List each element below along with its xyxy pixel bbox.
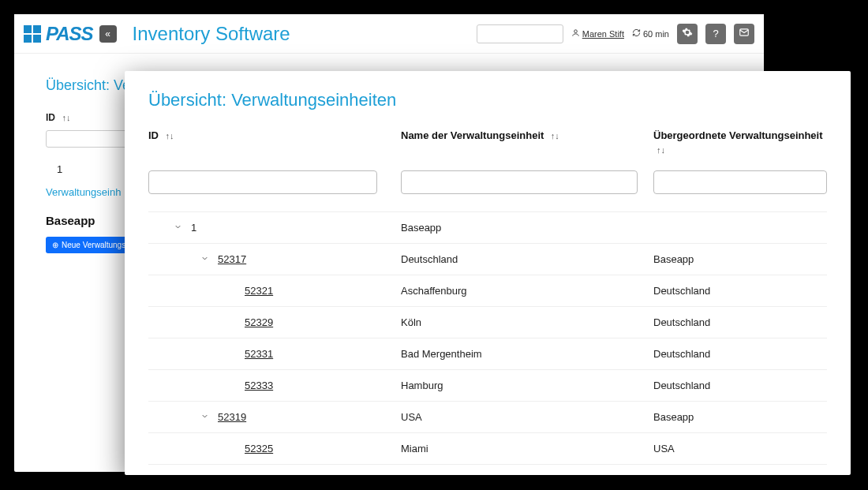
cell-name: Deutschland [401,253,653,265]
table-row: 52325MiamiUSA [148,432,827,464]
filter-id-input[interactable] [148,170,377,194]
row-id-link[interactable]: 52327 [218,474,246,475]
cell-parent: Deutschland [653,316,827,328]
table-row: 52329KölnDeutschland [148,306,827,338]
chevron-down-icon[interactable] [172,223,183,234]
col-name-label: Name der Verwaltungseinheit [401,129,544,141]
table-row: 52319USABaseapp [148,401,827,432]
table-row: 52327TunesienBaseapp [148,464,827,475]
row-id-link[interactable]: 52333 [245,380,273,391]
sort-icon: ↑↓ [62,113,70,122]
cell-parent: Baseapp [653,411,827,423]
cell-name: Baseapp [401,222,653,234]
cell-id: 52319 [148,411,401,423]
settings-button[interactable] [677,24,698,44]
cell-id: 52325 [148,443,401,454]
app-header: PASS « Inventory Software Maren Stift 60… [14,14,764,54]
row-id-link[interactable]: 52331 [245,348,273,360]
table-row: 52331Bad MergentheimDeutschland [148,338,827,369]
filter-row [148,164,827,205]
table-row: 52333HamburgDeutschland [148,369,827,401]
col-header-name[interactable]: Name der Verwaltungseinheit ↑↓ [401,128,653,156]
cell-name: Aschaffenburg [401,285,653,297]
cell-parent: Baseapp [653,253,827,265]
user-name: Maren Stift [582,29,624,39]
sort-icon: ↑↓ [551,131,559,140]
question-icon: ? [713,28,718,39]
dialog-header: Übersicht: Verwaltungseinheiten ID ↑↓ Na… [125,71,851,211]
logo-text: PASS [46,23,93,45]
col-parent-label: Übergeordnete Verwaltungseinheit [653,129,823,141]
table-row: 1Baseapp [148,211,827,243]
row-id-link[interactable]: 52317 [218,253,246,265]
col-header-id[interactable]: ID ↑↓ [148,128,401,156]
table-row: 52317DeutschlandBaseapp [148,243,827,275]
help-button[interactable]: ? [705,24,726,44]
cell-name: USA [401,411,653,423]
cell-parent: USA [653,443,827,454]
row-id-link[interactable]: 52325 [245,443,273,454]
row-id-link: 1 [191,222,196,234]
cell-name: Köln [401,316,653,328]
col-id-label: ID [148,129,159,141]
cell-name: Miami [401,443,653,454]
logo: PASS [24,23,93,45]
row-id-link[interactable]: 52329 [245,316,273,328]
refresh-label: 60 min [643,29,669,39]
dialog-title: Übersicht: Verwaltungseinheiten [148,90,827,110]
sort-icon: ↑↓ [657,145,665,155]
cell-parent: Deutschland [653,380,827,391]
filter-id-input[interactable] [46,130,133,148]
mail-button[interactable] [734,24,754,44]
col-id-label: ID [46,112,55,123]
cell-id: 52321 [148,285,401,297]
chevron-down-icon[interactable] [199,412,210,423]
cell-id: 52329 [148,316,401,328]
cell-id: 52331 [148,348,401,360]
refresh-timer[interactable]: 60 min [632,28,669,39]
sort-icon: ↑↓ [165,131,174,140]
overview-dialog: Übersicht: Verwaltungseinheiten ID ↑↓ Na… [125,71,851,475]
search-input[interactable] [477,24,563,43]
user-menu[interactable]: Maren Stift [571,28,624,39]
filter-name-input[interactable] [401,170,638,194]
refresh-icon [632,28,641,39]
app-title: Inventory Software [133,23,290,45]
cell-name: Hamburg [401,380,653,391]
table-body: 1Baseapp52317DeutschlandBaseapp52321Asch… [125,211,851,475]
plus-icon: ⊕ [52,241,58,249]
filter-parent-input[interactable] [653,170,827,194]
cell-id: 52327 [148,474,401,475]
svg-point-0 [574,30,577,33]
row-id-link[interactable]: 52319 [218,411,246,423]
cell-parent: Baseapp [653,474,827,475]
logo-mark-icon [24,25,41,43]
chevron-down-icon[interactable] [199,254,210,265]
mail-icon [739,27,750,40]
table-row: 52321AschaffenburgDeutschland [148,275,827,306]
cell-id: 52333 [148,380,401,391]
cell-parent: Deutschland [653,348,827,360]
cell-name: Bad Mergentheim [401,348,653,360]
column-headers: ID ↑↓ Name der Verwaltungseinheit ↑↓ Übe… [148,128,827,164]
user-icon [571,28,580,39]
sidebar-collapse-button[interactable]: « [99,25,117,43]
cell-parent: Deutschland [653,285,827,297]
cell-name: Tunesien [401,474,653,475]
gear-icon [682,27,693,40]
cell-id: 1 [148,222,401,234]
header-right: Maren Stift 60 min ? [477,24,754,44]
cell-id: 52317 [148,253,401,265]
row-id-link[interactable]: 52321 [245,285,273,297]
col-header-parent[interactable]: Übergeordnete Verwaltungseinheit ↑↓ [653,128,827,156]
